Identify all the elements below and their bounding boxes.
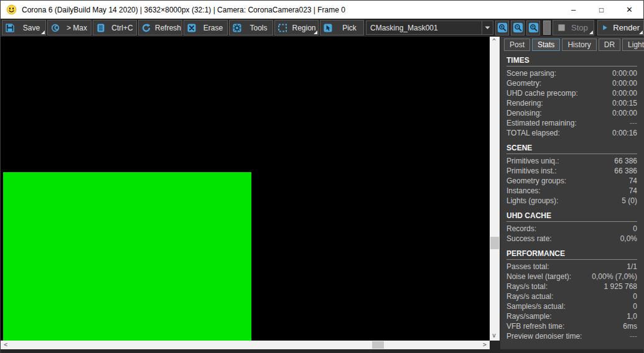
zoom-out-icon [513,22,523,33]
vertical-scrollbar-thumb[interactable] [490,237,499,249]
mask-dropdown[interactable]: CMasking_Mask001 [366,21,493,35]
stat-row: Lights (groups): 5 (0) [506,196,637,206]
erase-x-icon [187,23,197,33]
pick-button[interactable]: Pick [320,20,364,35]
window-title: Corona 6 (DailyBuild May 14 2020) | 3632… [22,6,345,14]
tab-post[interactable]: Post [504,39,530,51]
region-marquee-icon [278,23,287,33]
tools-gear-icon [232,23,242,33]
uhd-cache-section: UHD CACHE Records: 0 Success rate: 0,0% [506,211,637,244]
region-button[interactable]: Region [274,20,319,35]
stat-row: Samples/s actual: 0 [506,301,637,311]
region-label: Region [291,24,318,32]
stat-row: Denoising: 0:00:00 [506,108,637,118]
copy-button[interactable]: Ctrl+C [93,20,137,35]
stat-label: Rendering: [506,98,543,108]
stat-row: Primitives uniq.: 66 386 [506,156,637,166]
stat-value: 74 [629,186,637,196]
stat-label: Denoising: [506,108,542,118]
tab-history[interactable]: History [562,39,596,51]
stat-row: Noise level (target): 0,00% (7,0%) [506,272,637,282]
stat-value: 0:00:16 [612,128,637,138]
to-max-button[interactable]: > Max [47,20,91,35]
tab-lightmix[interactable]: LightMix [622,39,644,51]
section-title: UHD CACHE [506,211,637,222]
tools-button[interactable]: Tools [229,20,273,35]
save-label: Save [19,24,45,32]
window-controls: – □ ✕ [559,1,643,19]
render-label: Render [613,23,640,32]
stat-value: 0:00:00 [612,108,637,118]
scroll-right-icon[interactable]: > [483,342,487,348]
stat-label: UHD cache precomp: [506,88,578,98]
stat-value: --- [630,118,637,128]
zoom-out-button[interactable] [511,21,525,35]
render-viewport[interactable] [1,37,490,341]
stat-value: 0:00:00 [612,78,637,88]
close-button[interactable]: ✕ [615,1,643,19]
stat-label: Lights (groups): [506,196,558,206]
stat-value: 6ms [623,321,637,331]
stat-value: 0,00% (7,0%) [592,272,637,282]
copy-document-icon [96,23,106,33]
titlebar: Corona 6 (DailyBuild May 14 2020) | 3632… [1,1,643,19]
stat-value: 0 [633,224,637,234]
vertical-scrollbar[interactable]: ^ v [490,37,500,341]
render-button[interactable]: Render [597,20,644,35]
stat-value: 0:00:00 [612,88,637,98]
pick-hand-icon [323,23,333,33]
stat-row: Geometry: 0:00:00 [506,78,637,88]
render-play-icon [602,23,608,32]
toolbar: Save > Max Ctrl+C Refresh [1,19,643,37]
stop-button[interactable]: Stop [553,20,594,35]
stop-square-icon [557,23,566,32]
stat-row: UHD cache precomp: 0:00:00 [506,88,637,98]
zoom-reset-button[interactable] [526,21,540,35]
zoom-in-button[interactable] [495,21,509,35]
stat-label: Primitives inst.: [506,166,557,176]
stat-value: --- [630,331,637,341]
stat-label: Noise level (target): [506,272,571,282]
erase-label: Erase [200,24,227,32]
tab-stats[interactable]: Stats [532,39,560,51]
stat-row: Rays/s total: 1 925 768 [506,282,637,291]
performance-rows: Passes total: 1/1 Noise level (target): … [506,262,637,341]
save-button[interactable]: Save [2,20,46,35]
smiley-app-icon [6,4,17,15]
stat-value: 0:00:15 [612,98,637,108]
dropdown-arrow-icon [482,21,493,34]
stat-row: Scene parsing: 0:00:00 [506,68,637,78]
stat-label: Preview denoiser time: [506,331,582,341]
stat-label: Rays/s total: [506,282,548,291]
stat-row: Rays/s actual: 0 [506,291,637,301]
mask-dropdown-value: CMasking_Mask001 [366,24,482,32]
tools-label: Tools [246,24,273,32]
stat-label: Success rate: [506,234,552,244]
stat-row: Passes total: 1/1 [506,262,637,272]
stat-label: Passes total: [506,262,549,272]
maximize-button[interactable]: □ [587,1,615,19]
scroll-up-icon[interactable]: ^ [492,39,496,45]
refresh-button[interactable]: Refresh [138,20,182,35]
horizontal-scrollbar-thumb[interactable] [372,341,384,349]
zoom-in-icon [497,22,508,33]
zoom-reset-icon [528,22,539,33]
minimize-button[interactable]: – [559,1,587,19]
stats-body: TIMES Scene parsing: 0:00:00 Geometry: 0… [500,51,644,341]
stat-row: Preview denoiser time: --- [506,331,637,341]
tab-dr[interactable]: DR [599,39,620,51]
refresh-icon [141,23,151,33]
stat-label: TOTAL elapsed: [506,128,560,138]
scroll-down-icon[interactable]: v [492,332,496,339]
stat-value: 74 [629,176,637,186]
stat-value: 66 386 [614,166,637,176]
stat-label: Instances: [506,186,541,196]
mask-render-region [3,172,251,341]
scroll-left-icon[interactable]: < [4,342,7,348]
save-floppy-icon [5,23,15,33]
erase-button[interactable]: Erase [184,20,228,35]
stat-row: Geometry groups: 74 [506,176,637,186]
horizontal-scrollbar[interactable]: < > [1,341,490,349]
uhd-cache-rows: Records: 0 Success rate: 0,0% [506,224,637,244]
copy-label: Ctrl+C [110,24,136,32]
